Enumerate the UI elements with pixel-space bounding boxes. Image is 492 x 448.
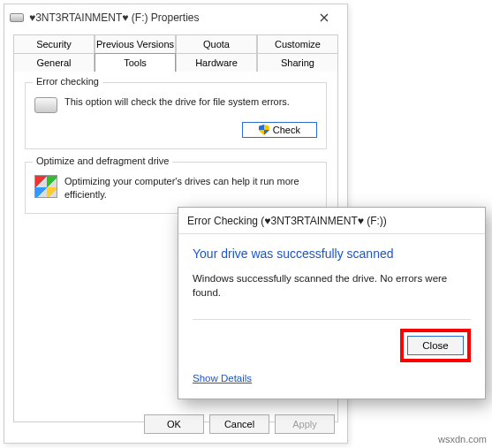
tab-previous-versions[interactable]: Previous Versions bbox=[95, 34, 176, 53]
tab-general[interactable]: General bbox=[13, 53, 95, 72]
uac-shield-icon bbox=[259, 125, 269, 135]
tab-tools[interactable]: Tools bbox=[95, 53, 176, 72]
optimize-title: Optimize and defragment drive bbox=[33, 156, 172, 166]
ec-dialog-title[interactable]: Error Checking (♥3NT3RTAINMENT♥ (F:)) bbox=[178, 208, 485, 234]
tab-quota[interactable]: Quota bbox=[176, 34, 257, 53]
watermark: wsxdn.com bbox=[438, 434, 487, 444]
tab-security[interactable]: Security bbox=[13, 34, 95, 53]
error-checking-result-dialog: Error Checking (♥3NT3RTAINMENT♥ (F:)) Yo… bbox=[178, 207, 486, 399]
tab-sharing[interactable]: Sharing bbox=[257, 53, 338, 72]
title-bar[interactable]: ♥3NT3RTAINMENT♥ (F:) Properties bbox=[4, 4, 347, 31]
tab-hardware[interactable]: Hardware bbox=[176, 53, 257, 72]
optimize-desc: Optimizing your computer's drives can he… bbox=[64, 175, 317, 202]
apply-button[interactable]: Apply bbox=[275, 414, 335, 434]
ec-message: Windows successfully scanned the drive. … bbox=[193, 271, 471, 300]
ok-button[interactable]: OK bbox=[144, 414, 204, 434]
check-button-label: Check bbox=[273, 125, 300, 135]
error-checking-title: Error checking bbox=[33, 76, 102, 87]
defrag-icon bbox=[34, 175, 57, 198]
error-checking-group: Error checking This option will check th… bbox=[25, 82, 327, 149]
optimize-group: Optimize and defragment drive Optimizing… bbox=[25, 162, 327, 214]
close-icon bbox=[320, 13, 329, 22]
drive-icon bbox=[10, 13, 24, 22]
cancel-button[interactable]: Cancel bbox=[209, 414, 269, 434]
ec-heading: Your drive was successfully scanned bbox=[193, 247, 471, 261]
dialog-buttons: OK Cancel Apply bbox=[144, 414, 335, 434]
show-details-link[interactable]: Show Details bbox=[193, 373, 252, 383]
window-title: ♥3NT3RTAINMENT♥ (F:) Properties bbox=[29, 11, 307, 24]
window-close-button[interactable] bbox=[307, 4, 342, 31]
error-checking-desc: This option will check the drive for fil… bbox=[64, 95, 290, 113]
tab-customize[interactable]: Customize bbox=[257, 34, 338, 53]
disk-drive-icon bbox=[34, 97, 57, 113]
check-button[interactable]: Check bbox=[242, 122, 317, 138]
close-button-highlight: Close bbox=[400, 329, 471, 362]
ec-close-button[interactable]: Close bbox=[407, 336, 464, 355]
